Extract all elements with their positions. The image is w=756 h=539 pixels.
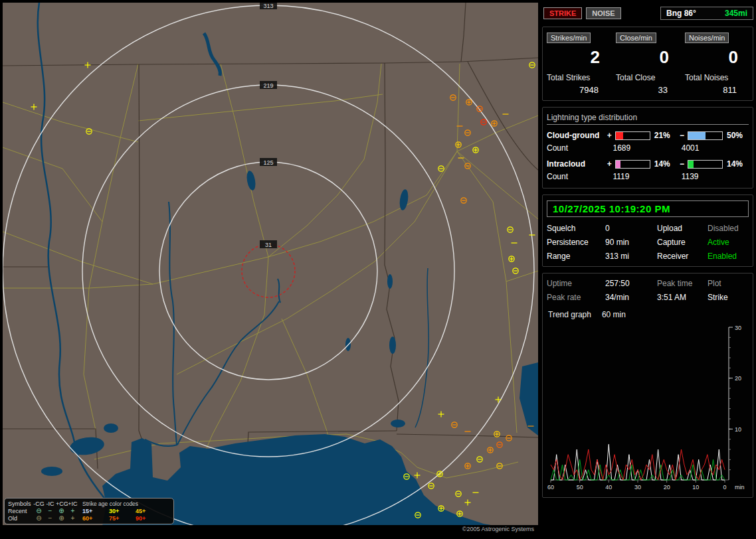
circle-plus-icon: ⊕ [56,508,67,514]
trend-header: Trend graph 60 min [548,310,749,319]
age-90: 90+ [132,515,158,522]
cg-plus-bar [615,131,650,140]
capture-label: Capture [657,238,708,247]
legend-col-pic: +IC [67,501,78,507]
persistence-label: Persistence [547,238,605,247]
strikes-column: Strikes/min 2 Total Strikes 7948 [547,33,611,95]
status-section: 10/27/2025 10:19:20 PM Squelch 0 Upload … [542,194,753,267]
strike-button[interactable]: STRIKE [543,7,582,19]
persistence-value: 90 min [605,238,657,247]
receiver-status: Enabled [708,252,749,261]
cloud-ground-row: Cloud-ground + 21% − 50% [547,131,749,140]
ring-label-313: 313 [263,3,273,9]
ic-minus-count: 1139 [680,172,749,181]
cg-minus-count: 4001 [680,143,749,153]
cloud-ground-counts: Count 1689 4001 [547,143,749,153]
distribution-title: Lightning type distribution [547,113,749,125]
cg-plus-count: 1689 [611,143,680,153]
trend-graph-label: Trend graph [548,310,591,319]
ic-minus-pct: 14% [725,159,749,169]
map-area[interactable]: 31321912531 Symbols -CG -IC +CG +IC Stri… [3,3,538,534]
strikes-per-min-value: 2 [547,47,611,68]
ic-minus-bar [688,160,723,169]
stats-grid: Uptime 257:50 Peak time Plot Peak rate 3… [547,279,749,302]
squelch-value: 0 [605,224,657,233]
ic-plus-count: 1119 [611,172,680,181]
intracloud-counts: Count 1119 1139 [547,172,749,181]
plus-icon: + [67,515,78,522]
legend-col-pcg: +CG [56,501,67,507]
copyright-text: ©2005 Astrogenic Systems [462,526,534,532]
x-tick-label: 40 [605,484,612,491]
uptime-label: Uptime [547,279,605,288]
receiver-label: Receiver [657,252,708,261]
y-tick-label: 30 [735,325,741,331]
bearing-range: 345mi [725,9,747,18]
peak-rate-label: Peak rate [547,293,605,302]
total-close-value: 33 [616,85,680,95]
noise-button[interactable]: NOISE [586,7,620,19]
age-60: 60+ [78,515,105,522]
plot-label: Plot [708,279,749,288]
y-tick-label: 10 [735,426,741,433]
noises-column: Noises/min 0 Total Noises 811 [685,33,749,95]
squelch-label: Squelch [547,224,605,233]
ic-plus-bar [615,160,650,169]
age-15: 15+ [78,508,105,514]
minus-sign: − [679,159,686,169]
total-noises-label: Total Noises [685,73,749,82]
settings-grid: Squelch 0 Upload Disabled Persistence 90… [547,224,749,261]
noises-per-min-header[interactable]: Noises/min [685,33,729,43]
map-legend: Symbols -CG -IC +CG +IC Strike age color… [4,498,174,524]
legend-col-ncg: -CG [33,501,45,507]
range-label: Range [547,252,605,261]
trend-series-strikes [551,449,725,480]
x-tick-label: 0 [723,484,726,491]
ring-label-219: 219 [263,82,273,89]
circle-plus-icon: ⊕ [56,515,67,522]
legend-symbols-header: Symbols [8,501,33,507]
circle-minus-icon: ⊖ [33,515,45,522]
noises-per-min-value: 0 [685,47,749,68]
legend-age-header: Strike age color codes [78,501,170,507]
count-label: Count [547,172,611,181]
panel-toolbar: STRIKE NOISE Bng 86° 345mi [543,7,753,20]
total-noises-value: 811 [685,85,749,95]
status-panel: STRIKE NOISE Bng 86° 345mi Strikes/min 2… [542,4,753,536]
x-tick-label: 60 [547,484,554,491]
trend-series-close [551,444,725,480]
rates-section: Strikes/min 2 Total Strikes 7948 Close/m… [542,27,753,101]
cloud-ground-label: Cloud-ground [547,131,603,140]
capture-status: Active [708,238,749,247]
lightning-map[interactable]: 31321912531 [3,3,538,534]
copyright-bar: ©2005 Astrogenic Systems [3,525,538,534]
ic-plus-pct: 14% [653,159,676,169]
y-tick-label: 20 [735,375,741,382]
plot-value: Strike [708,293,749,302]
peak-rate-value: 34/min [605,293,657,302]
total-strikes-label: Total Strikes [547,73,611,82]
close-per-min-value: 0 [616,47,680,68]
ring-label-31: 31 [265,242,272,248]
age-30: 30+ [105,508,132,514]
upload-status: Disabled [708,224,749,233]
total-strikes-value: 7948 [547,85,611,95]
age-75: 75+ [105,515,132,522]
minus-icon: − [45,515,56,522]
intracloud-row: Intracloud + 14% − 14% [547,159,749,169]
datetime-display: 10/27/2025 10:19:20 PM [547,200,749,217]
x-tick-label: 20 [664,484,670,491]
trend-window-value: 60 min [602,310,626,319]
cg-minus-bar [688,131,723,140]
plus-sign: + [606,131,613,140]
x-tick-label: 30 [634,484,641,491]
plus-icon: + [67,508,78,514]
minus-icon: − [45,508,56,514]
close-per-min-header[interactable]: Close/min [616,33,656,43]
strikes-per-min-header[interactable]: Strikes/min [547,33,591,43]
upload-label: Upload [657,224,708,233]
x-axis-unit: min [735,484,745,491]
range-value: 313 mi [605,252,657,261]
cg-plus-pct: 21% [653,131,676,140]
stats-trend-section: Uptime 257:50 Peak time Plot Peak rate 3… [542,273,753,498]
